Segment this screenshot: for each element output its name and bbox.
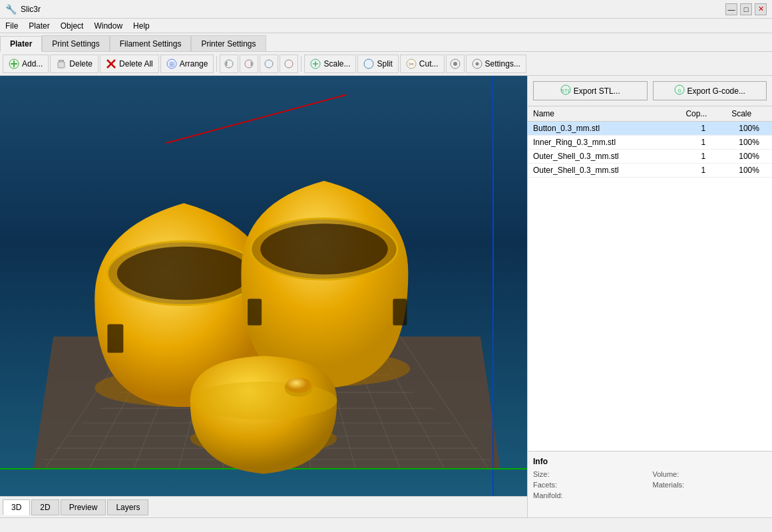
export-bar: STL Export STL... G Export G-code... <box>528 76 772 106</box>
svg-point-14 <box>285 60 293 68</box>
info-facets-row: Facets: <box>533 481 648 489</box>
cut-button[interactable]: ✂ Cut... <box>400 55 445 73</box>
settings-small-icon <box>450 59 461 69</box>
svg-rect-51 <box>107 324 123 352</box>
viewport-container: 3D 2D Preview Layers <box>0 76 527 517</box>
objects-table-container: Name Cop... Scale Button_0.3_mm.stl 1 10… <box>528 106 772 451</box>
settings-icon-button[interactable] <box>446 55 465 73</box>
materials-label: Materials: <box>653 481 767 489</box>
info-manifold-row: Manifold: <box>533 491 767 499</box>
split-button[interactable]: Split <box>357 55 398 73</box>
cell-copies: 1 <box>680 164 726 178</box>
scale-label: Scale... <box>323 59 350 68</box>
tab-bar: Plater Print Settings Filament Settings … <box>0 33 772 52</box>
tab-filament-settings[interactable]: Filament Settings <box>110 35 192 51</box>
scale-button[interactable]: Scale... <box>304 55 356 73</box>
settings-button[interactable]: Settings... <box>466 55 526 73</box>
separator-2 <box>301 56 301 72</box>
mirror-icon <box>284 59 294 69</box>
export-gcode-label: Export G-code... <box>687 86 745 96</box>
delete-all-button[interactable]: Delete All <box>100 55 159 73</box>
title-bar-controls: — □ ✕ <box>725 3 767 15</box>
manifold-label: Manifold: <box>533 491 767 499</box>
col-header-copies: Cop... <box>680 106 726 122</box>
rotate-cw-button[interactable] <box>240 55 258 73</box>
delete-icon <box>56 59 67 69</box>
svg-point-59 <box>190 382 337 420</box>
rotate-ccw-icon <box>224 59 234 69</box>
menu-file[interactable]: File <box>0 20 23 32</box>
minimize-button[interactable]: — <box>725 3 737 15</box>
view-tab-layers[interactable]: Layers <box>107 499 148 515</box>
view-tab-preview[interactable]: Preview <box>61 499 106 515</box>
arrange-icon: ⊞ <box>166 59 177 69</box>
table-row[interactable]: Button_0.3_mm.stl 1 100% <box>528 122 772 136</box>
close-button[interactable]: ✕ <box>755 3 767 15</box>
title-bar-left: 🔧 Slic3r <box>5 4 41 15</box>
app-icon: 🔧 <box>5 4 17 15</box>
svg-rect-3 <box>58 62 65 68</box>
menu-bar: File Plater Object Window Help <box>0 19 772 33</box>
tab-print-settings[interactable]: Print Settings <box>42 35 109 51</box>
add-label: Add... <box>22 59 43 68</box>
table-row[interactable]: Inner_Ring_0.3_mm.stl 1 100% <box>528 136 772 150</box>
scale-icon <box>310 59 321 69</box>
svg-point-18 <box>364 59 373 68</box>
split-label: Split <box>377 59 392 68</box>
menu-help[interactable]: Help <box>128 20 155 32</box>
menu-window[interactable]: Window <box>89 20 128 32</box>
svg-rect-56 <box>248 299 262 325</box>
svg-point-61 <box>286 378 311 393</box>
export-stl-icon: STL <box>560 84 571 97</box>
status-bar <box>0 517 772 532</box>
objects-tbody: Button_0.3_mm.stl 1 100% Inner_Ring_0.3_… <box>528 122 772 178</box>
viewport-3d[interactable] <box>0 76 527 496</box>
menu-plater[interactable]: Plater <box>23 20 55 32</box>
add-button[interactable]: Add... <box>3 55 49 73</box>
toolbar: Add... Delete Delete All ⊞ Arrange Scale… <box>0 52 772 76</box>
info-grid: Size: Volume: Facets: Materials: Manifol… <box>533 470 767 499</box>
delete-all-label: Delete All <box>119 59 153 68</box>
svg-rect-57 <box>393 299 407 325</box>
separator-1 <box>216 56 217 72</box>
table-row[interactable]: Outer_Shell_0.3_mm.stl 1 100% <box>528 164 772 178</box>
cell-scale: 100% <box>726 136 772 150</box>
delete-button[interactable]: Delete <box>50 55 98 73</box>
table-row[interactable]: Outer_Shell_0.3_mm.stl 1 100% <box>528 150 772 164</box>
col-header-scale: Scale <box>726 106 772 122</box>
cut-label: Cut... <box>419 59 439 68</box>
arrange-button[interactable]: ⊞ Arrange <box>160 55 214 73</box>
svg-point-13 <box>265 60 273 68</box>
rotate-ccw-button[interactable] <box>220 55 238 73</box>
info-panel: Info Size: Volume: Facets: Materials: <box>528 451 772 517</box>
info-materials-row: Materials: <box>653 481 767 489</box>
flip-button[interactable] <box>260 55 278 73</box>
cell-copies: 1 <box>680 122 726 136</box>
cell-name: Outer_Shell_0.3_mm.stl <box>528 164 680 178</box>
maximize-button[interactable]: □ <box>740 3 752 15</box>
menu-object[interactable]: Object <box>55 20 89 32</box>
svg-point-49 <box>117 247 251 300</box>
svg-text:✂: ✂ <box>409 61 414 68</box>
volume-label: Volume: <box>653 470 767 478</box>
settings-label: Settings... <box>485 59 520 68</box>
add-icon <box>9 59 19 69</box>
svg-text:G: G <box>677 88 681 93</box>
cell-scale: 100% <box>726 122 772 136</box>
view-tabs: 3D 2D Preview Layers <box>0 496 527 517</box>
view-tab-2d[interactable]: 2D <box>31 499 59 515</box>
export-gcode-button[interactable]: G Export G-code... <box>653 81 767 100</box>
main-content: 3D 2D Preview Layers STL Export STL... G… <box>0 76 772 517</box>
cell-copies: 1 <box>680 150 726 164</box>
view-tab-3d[interactable]: 3D <box>3 499 30 515</box>
cell-name: Outer_Shell_0.3_mm.stl <box>528 150 680 164</box>
delete-label: Delete <box>69 59 93 68</box>
mirror-button[interactable] <box>280 55 298 73</box>
cell-name: Button_0.3_mm.stl <box>528 122 680 136</box>
export-stl-button[interactable]: STL Export STL... <box>533 81 648 100</box>
col-header-name: Name <box>528 106 680 122</box>
tab-printer-settings[interactable]: Printer Settings <box>191 35 266 51</box>
tab-plater[interactable]: Plater <box>0 36 42 52</box>
export-gcode-icon: G <box>674 84 685 97</box>
svg-point-54 <box>260 223 388 275</box>
